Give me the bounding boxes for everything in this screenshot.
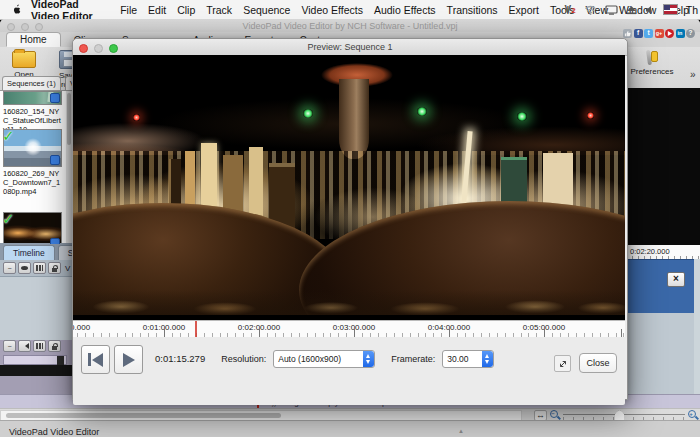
levels-icon <box>36 343 43 349</box>
menu-transitions[interactable]: Transitions <box>447 4 498 16</box>
checkmark-icon: ✓ <box>3 129 15 145</box>
track-visibility-button[interactable] <box>18 262 31 274</box>
toolbar-overflow-chevron[interactable]: » <box>690 69 696 80</box>
timeline-ruler-right[interactable]: 0:02:20.000 <box>626 245 700 260</box>
youtube-icon[interactable] <box>665 29 674 38</box>
list-item-las-vegas[interactable]: ✓ Las Vegas 360.mp4 <box>3 212 63 244</box>
track-mute-button[interactable] <box>18 340 31 352</box>
timeline-zoom-slider[interactable] <box>563 410 685 420</box>
ruler-major-ticks <box>73 329 625 337</box>
track-lock-button[interactable] <box>48 262 61 274</box>
timeline-vertical-scrollbar[interactable] <box>694 259 700 394</box>
menu-edit[interactable]: Edit <box>148 4 166 16</box>
list-item-statue-of-liberty[interactable]: 160820_154_NYC_StatueOfLiberty11_10... <box>3 91 63 134</box>
audio-volume-row <box>0 352 72 365</box>
stepper-icon[interactable] <box>482 351 493 367</box>
thumbs-up-icon[interactable] <box>623 29 632 38</box>
video-green-light <box>303 109 313 118</box>
track-effects-button[interactable] <box>33 262 46 274</box>
video-green-light <box>517 112 527 121</box>
list-item-nyc-downtown[interactable]: ✓ 160820_269_NYC_Downtown7_1080p.mp4 <box>3 129 63 196</box>
lock-icon <box>52 268 57 272</box>
clip-delete-button[interactable]: × <box>667 272 685 287</box>
preferences-icon <box>645 50 659 65</box>
help-icon[interactable]: ? <box>686 29 695 38</box>
play-button[interactable] <box>114 345 143 374</box>
preview-timeline-ruler[interactable]: 0:00:00.000 0:01:00.000 0:02:00.000 0:03… <box>73 320 625 338</box>
menu-sequence[interactable]: Sequence <box>243 4 290 16</box>
eye-icon <box>21 266 28 270</box>
us-flag-icon[interactable] <box>663 4 678 15</box>
tab-sequences[interactable]: Sequences (1) <box>2 76 61 90</box>
clip-bin-list: 160820_154_NYC_StatueOfLiberty11_10... ✓… <box>0 90 72 244</box>
framerate-dropdown[interactable]: 30.00 <box>442 350 494 368</box>
preview-close-button-text[interactable]: Close <box>579 353 617 373</box>
timeline-tab-bar: Timeline S <box>0 243 72 260</box>
wifi-icon[interactable] <box>584 5 597 15</box>
clip-thumbnail[interactable]: ✓ <box>3 129 62 167</box>
badge-360-icon <box>50 93 60 103</box>
volume-slider[interactable] <box>3 355 67 365</box>
menu-audio-effects[interactable]: Audio Effects <box>374 4 436 16</box>
screen: VideoPad Video Editor File Edit Clip Tra… <box>0 0 700 437</box>
zoom-out-icon[interactable]: − <box>550 410 560 420</box>
preview-window-title: Preview: Sequence 1 <box>73 42 627 52</box>
stepper-icon[interactable] <box>363 351 374 367</box>
skip-to-start-icon <box>88 353 103 367</box>
videopad-v2-icon[interactable]: V2 <box>565 4 576 15</box>
timeline-time-label: 0:02:20.000 <box>630 247 670 256</box>
badge-360-icon <box>50 155 60 165</box>
display-icon[interactable] <box>605 5 618 15</box>
video-track-area[interactable] <box>0 277 72 340</box>
menu-clock-partial: Th <box>686 4 698 16</box>
menu-export[interactable]: Export <box>509 4 539 16</box>
clip-name: 160820_269_NYC_Downtown7_1080p.mp4 <box>3 169 63 196</box>
scrollbar-thumb[interactable] <box>6 413 281 418</box>
menu-clip[interactable]: Clip <box>177 4 195 16</box>
fit-timeline-button[interactable]: ↔ <box>534 410 547 421</box>
menu-file[interactable]: File <box>120 4 137 16</box>
audio-track-area[interactable] <box>0 376 72 394</box>
levels-icon <box>36 265 43 271</box>
tab-home[interactable]: Home <box>6 32 61 47</box>
preferences-label: Preferences <box>630 67 674 76</box>
clip-thumbnail[interactable]: ✓ <box>3 212 62 244</box>
facebook-icon[interactable]: f <box>634 29 643 38</box>
badge-360-icon <box>50 238 60 244</box>
video-track-header: − V <box>0 260 75 277</box>
preview-playhead[interactable] <box>195 321 197 337</box>
preview-control-bar: 0:01:15.279 Resolution: Auto (1600x900) … <box>73 337 625 405</box>
go-to-start-button[interactable] <box>81 345 110 374</box>
main-title-bar: VideoPad Video Editor by NCH Software - … <box>0 19 700 33</box>
zoom-slider-thumb[interactable] <box>615 410 624 420</box>
google-plus-icon[interactable]: g+ <box>655 29 664 38</box>
bin-tab-bar: Sequences (1) Vi <box>0 75 72 90</box>
checkmark-icon: ✓ <box>3 212 15 228</box>
preview-video-canvas[interactable] <box>73 55 625 320</box>
clip-thumbnail[interactable] <box>3 91 62 105</box>
menu-video-effects[interactable]: Video Effects <box>301 4 363 16</box>
menu-track[interactable]: Track <box>206 4 232 16</box>
linkedin-icon[interactable]: in <box>676 29 685 38</box>
volume-icon[interactable] <box>645 5 655 15</box>
video-red-light <box>587 112 594 119</box>
track-lock-button[interactable] <box>48 340 61 352</box>
zoom-in-icon[interactable]: + <box>688 410 698 420</box>
fullscreen-icon <box>558 359 568 369</box>
video-center-pole <box>339 79 369 159</box>
waveform-strip <box>0 365 72 376</box>
resolution-dropdown[interactable]: Auto (1600x900) <box>273 350 375 368</box>
track-effects-button[interactable] <box>33 340 46 352</box>
status-collapse-icon[interactable]: ▲ <box>458 428 464 434</box>
preview-title-bar[interactable]: Preview: Sequence 1 <box>73 39 627 56</box>
collapse-track-button[interactable]: − <box>3 340 16 352</box>
preferences-button[interactable]: Preferences <box>630 50 674 76</box>
collapse-track-button[interactable]: − <box>3 262 16 274</box>
play-icon <box>123 353 135 367</box>
timeline-selected-clip[interactable]: × <box>626 259 696 315</box>
tab-timeline[interactable]: Timeline <box>3 245 55 260</box>
fullscreen-button[interactable] <box>554 355 571 372</box>
apple-menu-icon[interactable] <box>10 3 21 16</box>
eject-icon[interactable] <box>626 5 637 15</box>
twitter-icon[interactable]: t <box>644 29 653 38</box>
